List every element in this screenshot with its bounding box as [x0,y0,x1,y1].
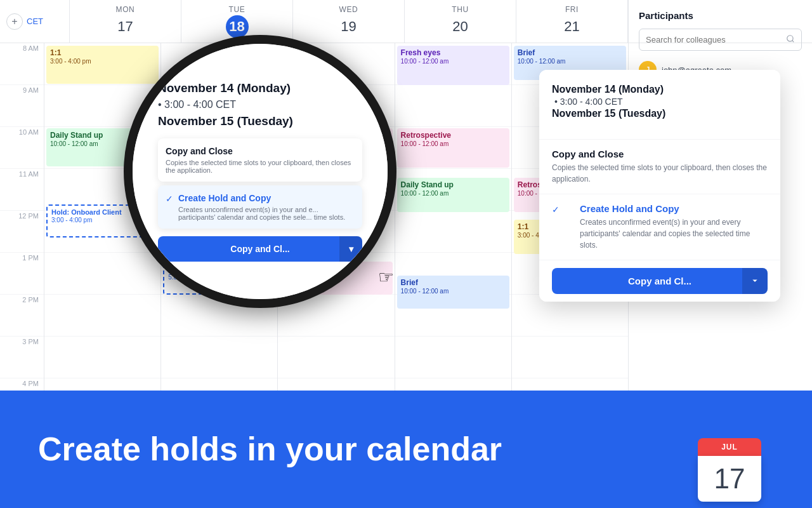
event-hold-tue[interactable]: ✕ Hold: Onboard Client 5:00 - 6:00 pm [163,262,275,295]
cell [512,378,628,391]
cell [395,337,511,378]
event-fresh-eyes[interactable]: Fresh eyes 10:00 - 12:00 am [397,46,509,85]
cell [278,337,394,378]
search-input[interactable] [646,35,782,44]
timezone-area: + CET [0,0,70,43]
cell [44,295,160,337]
cell [278,378,394,391]
day-name-fri: Fri [565,5,579,14]
cell [395,378,511,391]
day-number-tue: 18 [226,15,249,38]
time-3pm: 3 PM [0,337,44,378]
modal-dates: November 14 (Monday) • 3:00 - 4:00 CET N… [552,83,768,121]
cell [44,253,160,295]
time-12pm: 12 PM [0,211,44,253]
event-retro-tue[interactable]: Retrospective 10:00 - 12:00 am [163,128,275,183]
time-9am: 9 AM [0,85,44,127]
day-col-wed: Retrospective 10:00 - 12:00 am Retrospec… [278,43,395,391]
day-name-tue: Tue [229,5,246,14]
cell [161,43,277,85]
svg-point-0 [787,36,793,41]
time-8am: 8 AM [0,43,44,85]
cal-icon-month: JUL [698,438,761,456]
check-icon: ✓ [552,204,560,215]
day-headers: Mon 17 Tue 18 Wed 19 Thu 20 Fri 21 [70,0,628,43]
banner-text: Create holds in your calendar [38,431,502,467]
day-header-thu: Thu 20 [405,0,516,43]
day-number-mon: 17 [114,15,137,38]
cell [44,378,160,391]
bottom-banner: Create holds in your calendar JUL 17 [0,391,812,508]
time-1pm: 1 PM [0,253,44,295]
calendar-icon-banner: JUL 17 [698,438,761,502]
cell [161,295,277,337]
participants-title: Participants [639,10,802,21]
event-1-1-tue[interactable]: 1:1 12:00 - 1:00 pm [163,211,275,246]
modal-option-create-hold[interactable]: ✓ Create Hold and Copy Creates unconfirm… [539,194,780,260]
cell [512,337,628,378]
cell [161,337,277,378]
search-icon [786,34,795,45]
day-col-mon: 1:1 3:00 - 4:00 pm Daily Stand up 10:00 … [44,43,161,391]
modal-time1: • 3:00 - 4:00 CET [554,97,768,107]
day-name-mon: Mon [116,5,135,14]
time-10am: 10 AM [0,127,44,169]
cal-icon-day: 17 [698,456,761,502]
time-2pm: 2 PM [0,295,44,337]
modal-btn-chevron [742,268,768,294]
day-header-fri: Fri 21 [516,0,628,43]
option-desc-1: Copies the selected time slots to your c… [552,162,768,185]
cell [161,85,277,127]
day-name-wed: Wed [339,5,358,14]
event-retro2-wed[interactable]: Retrospective 10:00 - 12:00 am [280,262,392,295]
cell [278,85,394,127]
day-col-thu: Fresh eyes 10:00 - 12:00 am Retrospectiv… [395,43,512,391]
event-1-1[interactable]: 1:1 3:00 - 4:00 pm [46,46,159,84]
modal-action-button[interactable]: Copy and Cl... [552,268,768,294]
time-4pm: 4 PM [0,378,44,391]
cell [395,85,511,127]
search-box[interactable] [639,29,802,51]
modal-date1: November 14 (Monday) [552,83,768,97]
cell [278,295,394,337]
add-button[interactable]: + [6,13,23,30]
event-hold-mon[interactable]: ✕ Hold: Onboard Client 3:00 - 4:00 pm [46,204,159,237]
day-number-fri: 21 [561,15,584,38]
day-header-wed: Wed 19 [293,0,405,43]
event-standup-thu[interactable]: Daily Stand up 10:00 - 12:00 am [397,178,509,212]
day-col-tue: Retrospective 10:00 - 12:00 am 1:1 12:00… [161,43,278,391]
modal-card: November 14 (Monday) • 3:00 - 4:00 CET N… [539,70,780,302]
cell [278,43,394,85]
event-retro-wed[interactable]: Retrospective 10:00 - 12:00 am [280,128,392,183]
modal-option-copy-close[interactable]: Copy and Close Copies the selected time … [539,140,780,194]
cell [161,378,277,391]
event-retro-thu[interactable]: Retrospective 10:00 - 12:00 am [397,128,509,168]
event-daily-standup-mon[interactable]: Daily Stand up 10:00 - 12:00 am [46,128,159,166]
cell [44,85,160,127]
svg-line-1 [792,41,794,43]
modal-top: November 14 (Monday) • 3:00 - 4:00 CET N… [539,70,780,139]
option-title-1: Copy and Close [552,149,768,159]
day-header-mon: Mon 17 [70,0,181,43]
day-header-tue: Tue 18 [181,0,293,43]
cell [44,337,160,378]
day-name-thu: Thu [452,5,468,14]
day-number-thu: 20 [449,15,472,38]
modal-footer: Copy and Cl... [539,260,780,302]
cell [395,211,511,253]
time-11am: 11 AM [0,169,44,211]
time-column: 8 AM 9 AM 10 AM 11 AM 12 PM 1 PM 2 PM 3 … [0,43,44,391]
day-number-wed: 19 [337,15,360,38]
cell [278,211,394,253]
event-brief-thu[interactable]: Brief 10:00 - 12:00 am [397,276,509,309]
timezone-label: CET [27,17,43,26]
modal-date2: November 15 (Tuesday) [552,107,768,121]
option-title-2: Create Hold and Copy [567,203,768,214]
option-desc-2: Creates unconfirmed event(s) in your and… [567,217,768,251]
participants-header: Participants J john@agreeto.com [628,0,812,43]
